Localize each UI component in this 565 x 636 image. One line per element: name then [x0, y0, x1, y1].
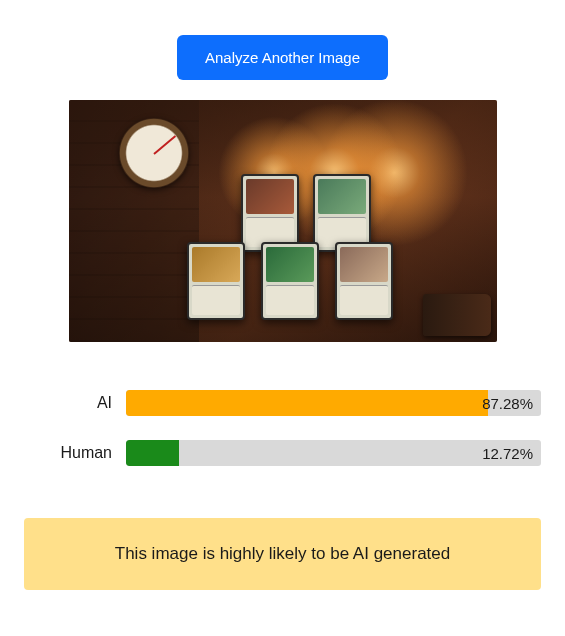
- human-percent: 12.72%: [482, 445, 533, 462]
- image-card: [261, 242, 319, 320]
- image-book: [423, 294, 491, 336]
- analyze-another-button[interactable]: Analyze Another Image: [177, 35, 388, 80]
- ai-bar-fill: [126, 390, 488, 416]
- image-card: [335, 242, 393, 320]
- ai-label: AI: [24, 394, 126, 412]
- human-label: Human: [24, 444, 126, 462]
- verdict-banner: This image is highly likely to be AI gen…: [24, 518, 541, 590]
- ai-bar: 87.28%: [126, 390, 541, 416]
- image-card: [187, 242, 245, 320]
- image-card: [313, 174, 371, 252]
- image-gauge: [119, 118, 189, 188]
- analyzed-image: [69, 100, 497, 342]
- image-card: [241, 174, 299, 252]
- human-bar: 12.72%: [126, 440, 541, 466]
- ai-percent: 87.28%: [482, 395, 533, 412]
- human-bar-fill: [126, 440, 179, 466]
- results-bars: AI 87.28% Human 12.72%: [24, 390, 541, 466]
